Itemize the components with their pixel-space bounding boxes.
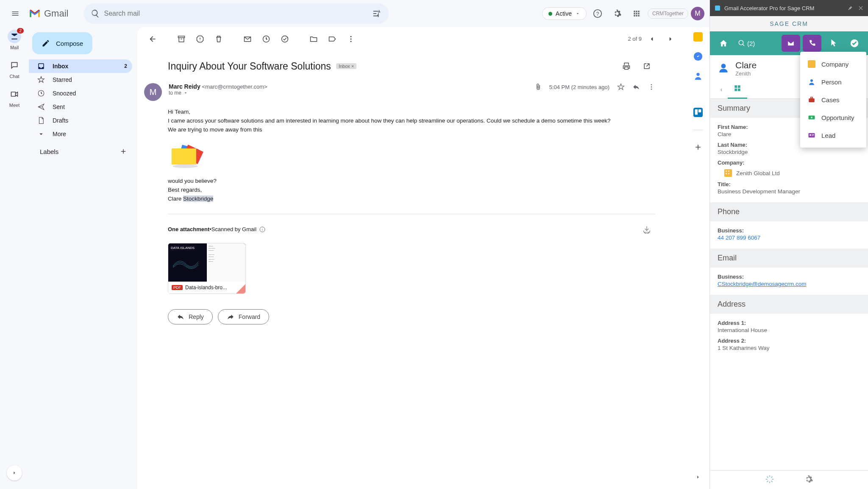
- svg-point-31: [810, 134, 811, 136]
- mail-icon: [10, 32, 19, 41]
- dropdown-lead[interactable]: Lead: [800, 126, 866, 144]
- download-all-button[interactable]: [638, 221, 655, 238]
- inbox-chip-text: Inbox: [339, 64, 350, 69]
- svg-rect-33: [812, 135, 814, 136]
- support-button[interactable]: ?: [589, 5, 606, 22]
- move-button[interactable]: [305, 31, 322, 48]
- check-circle-icon: [850, 39, 859, 48]
- forward-button[interactable]: Forward: [218, 309, 269, 324]
- keep-app[interactable]: [693, 32, 703, 42]
- company-link[interactable]: Zenith Global Ltd: [724, 169, 860, 177]
- apps-button[interactable]: [628, 5, 645, 22]
- chat-icon: [10, 61, 19, 70]
- rail-chat[interactable]: Chat: [8, 59, 21, 79]
- inbox-chip[interactable]: Inbox ×: [336, 63, 356, 69]
- add-app-button[interactable]: [694, 143, 702, 151]
- settings-button[interactable]: [609, 5, 626, 22]
- dropdown-opportunity[interactable]: Opportunity: [800, 109, 866, 126]
- popout-button[interactable]: [638, 58, 655, 75]
- reply-label: Reply: [189, 313, 204, 320]
- dropdown-company[interactable]: Company: [800, 55, 866, 73]
- crm-sparkle-button[interactable]: [765, 475, 774, 485]
- info-icon[interactable]: i: [259, 226, 266, 233]
- contacts-app[interactable]: [693, 71, 703, 81]
- delete-button[interactable]: [210, 31, 227, 48]
- gmail-icon: [29, 9, 41, 18]
- sidebar-drafts[interactable]: Drafts: [29, 114, 132, 127]
- back-button[interactable]: [144, 31, 161, 48]
- chevron-down-icon: [37, 130, 45, 138]
- search-bar[interactable]: [83, 3, 389, 24]
- label-button[interactable]: [324, 31, 341, 48]
- corner-fold-icon: [236, 284, 245, 293]
- plus-icon[interactable]: [120, 148, 127, 155]
- crm-search-button[interactable]: (2): [735, 39, 757, 47]
- sidebar-more-label: More: [53, 131, 66, 137]
- reply-button[interactable]: Reply: [168, 309, 213, 324]
- svg-rect-19: [693, 108, 703, 117]
- crm-settings-button[interactable]: [804, 475, 813, 485]
- sidebar-more[interactable]: More: [29, 127, 132, 141]
- compose-button[interactable]: Compose: [32, 32, 92, 54]
- sidebar-snoozed[interactable]: Snoozed: [29, 87, 132, 100]
- svg-rect-20: [695, 109, 697, 115]
- search-options-button[interactable]: [368, 5, 385, 22]
- search-button[interactable]: [87, 5, 104, 22]
- sender-avatar[interactable]: M: [144, 83, 162, 101]
- pager-prev[interactable]: [643, 31, 660, 48]
- snooze-icon: [262, 35, 270, 43]
- crm-file-button[interactable]: [782, 35, 800, 52]
- fld-phone[interactable]: 44 207 899 6067: [718, 235, 860, 241]
- crm-call-button[interactable]: [803, 35, 821, 52]
- attachment-card[interactable]: DATA ISLANDS ━━━━━━━━ ━━━━━━━━━━━━━━ ━━━…: [168, 243, 246, 294]
- crm-add-button[interactable]: [824, 35, 843, 52]
- more-button[interactable]: [342, 31, 359, 48]
- crm-tabs-prev[interactable]: ‹: [715, 86, 728, 93]
- crm-tab-grid[interactable]: [728, 80, 747, 99]
- body-line: would you believe?: [168, 177, 655, 186]
- to-row[interactable]: to me: [169, 90, 528, 96]
- main-menu-button[interactable]: [5, 3, 25, 24]
- sidebar-inbox[interactable]: Inbox 2: [29, 59, 132, 73]
- mail-file-icon: [787, 39, 795, 47]
- label-icon: [328, 35, 337, 43]
- fld-email-label: Business:: [718, 274, 860, 280]
- status-chip[interactable]: Active: [542, 7, 587, 20]
- archive-button[interactable]: [173, 31, 190, 48]
- search-input[interactable]: [104, 10, 368, 17]
- star-icon[interactable]: [617, 83, 625, 91]
- sidebar-sent[interactable]: Sent: [29, 100, 132, 114]
- task-button[interactable]: [276, 31, 293, 48]
- trello-like-app[interactable]: [693, 108, 703, 117]
- expand-rail-button[interactable]: [7, 465, 22, 481]
- print-button[interactable]: [618, 58, 635, 75]
- hide-panel-button[interactable]: [690, 469, 707, 486]
- tasks-app[interactable]: [693, 52, 703, 61]
- more-vert-icon[interactable]: [648, 83, 655, 91]
- crm-extension-chip[interactable]: CRMTogether: [648, 8, 688, 19]
- dropdown-person[interactable]: Person: [800, 73, 866, 91]
- pager-next[interactable]: [662, 31, 679, 48]
- snooze-button[interactable]: [258, 31, 275, 48]
- gmail-logo[interactable]: Gmail: [29, 8, 80, 19]
- signer-first: Clare: [168, 196, 183, 202]
- spam-button[interactable]: [192, 31, 209, 48]
- reply-icon[interactable]: [632, 83, 640, 91]
- account-avatar[interactable]: M: [691, 7, 704, 20]
- sidebar-drafts-label: Drafts: [53, 117, 68, 124]
- crm-titlebar: Gmail Accelerator Pro for Sage CRM: [710, 0, 868, 16]
- pin-icon[interactable]: [847, 5, 853, 11]
- fld-company: Zenith Global Ltd: [736, 170, 780, 176]
- crm-check-button[interactable]: [845, 35, 864, 52]
- fld-email[interactable]: CStockbridge@demosagecrm.com: [718, 281, 860, 287]
- rail-mail[interactable]: 2 Mail: [8, 30, 21, 50]
- close-icon[interactable]: [858, 5, 864, 11]
- svg-point-9: [651, 87, 652, 88]
- sidebar-starred[interactable]: Starred: [29, 73, 132, 87]
- crm-home-button[interactable]: [714, 35, 733, 52]
- dropdown-cases[interactable]: Cases: [800, 91, 866, 109]
- rail-meet[interactable]: Meet: [8, 87, 21, 108]
- clock-icon: [37, 89, 45, 97]
- fld-company-label: Company:: [718, 159, 860, 166]
- unread-button[interactable]: [239, 31, 256, 48]
